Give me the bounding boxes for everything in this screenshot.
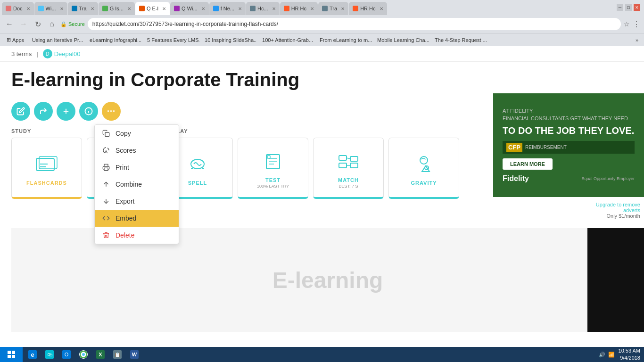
gravity-icon	[410, 150, 438, 178]
taskbar-store[interactable]: 🛍	[41, 348, 58, 361]
maximize-button[interactable]: □	[625, 4, 632, 11]
svg-point-37	[82, 353, 85, 356]
tab-close-hr2[interactable]: ✕	[380, 6, 383, 11]
forward-button[interactable]: →	[18, 18, 29, 30]
match-sublabel: BEST: 7 S	[339, 184, 358, 189]
tab-hc1[interactable]: Hc... ✕	[246, 2, 280, 15]
tab-close-quizlet[interactable]: ✕	[162, 6, 166, 11]
bookmark-apps[interactable]: ⊞ Apps	[4, 36, 27, 44]
taskbar-clock: 10:53 AM 9/4/2018	[619, 347, 640, 362]
dropdown-embed[interactable]: Embed	[95, 210, 179, 227]
bookmarks-overflow[interactable]: »	[634, 36, 640, 44]
dropdown-combine[interactable]: Combine	[95, 176, 179, 193]
tab-close-google[interactable]: ✕	[127, 6, 131, 11]
browser-chrome: Doc ✕ Wi... ✕ Tra ✕ G Is... ✕	[0, 0, 644, 46]
tab-hr2[interactable]: HR Hc ✕	[349, 2, 387, 15]
tab-close-doc[interactable]: ✕	[26, 6, 30, 11]
dropdown-copy[interactable]: Copy	[95, 125, 179, 142]
test-card[interactable]: TEST 100% LAST TRY	[238, 138, 308, 199]
taskbar-system-icons: 🔊 📶	[599, 352, 615, 358]
taskbar-apps: e 🛍 O X	[23, 348, 595, 361]
svg-rect-33	[12, 351, 15, 354]
dropdown-scores[interactable]: Scores	[95, 142, 179, 159]
taskbar-word[interactable]: W	[126, 348, 142, 361]
svg-line-27	[347, 158, 350, 159]
share-button[interactable]	[34, 102, 53, 121]
tab-close-hc1[interactable]: ✕	[272, 6, 276, 11]
bookmark-from-elearning[interactable]: From eLearning to m...	[315, 36, 372, 44]
delete-icon	[102, 231, 111, 239]
taskbar-task[interactable]: 📋	[109, 348, 125, 361]
bookmark-iterative[interactable]: Using an Iterative Pr...	[28, 36, 84, 44]
dropdown-delete[interactable]: Delete	[95, 227, 179, 244]
tab-close-wiki[interactable]: ✕	[60, 6, 64, 11]
user-badge[interactable]: D Deepal00	[43, 49, 81, 58]
delete-label: Delete	[116, 231, 134, 239]
bookmark-attention[interactable]: 100+ Attention-Grab...	[258, 36, 314, 44]
tab-close-linkedin1[interactable]: ✕	[91, 6, 94, 11]
avatar: D	[43, 49, 52, 58]
copy-icon	[102, 130, 111, 137]
tab-wiki[interactable]: Wi... ✕	[34, 2, 67, 15]
task-icon: 📋	[113, 350, 122, 359]
reload-button[interactable]: ↻	[32, 18, 43, 30]
start-button[interactable]	[0, 347, 23, 362]
svg-rect-32	[8, 351, 11, 354]
test-label: TEST	[265, 177, 281, 183]
taskbar-outlook[interactable]: O	[58, 348, 74, 361]
tab-linkedin1[interactable]: Tra ✕	[68, 2, 98, 15]
lock-icon: 🔒	[60, 21, 67, 27]
tab-quizlet2[interactable]: Q Wi... ✕	[170, 2, 209, 15]
gravity-card[interactable]: GRAVITY	[388, 138, 459, 199]
taskbar-chrome[interactable]	[75, 348, 91, 361]
tab-close-notion[interactable]: ✕	[238, 6, 242, 11]
close-button[interactable]: ✕	[634, 4, 640, 11]
tabs-container: Doc ✕ Wi... ✕ Tra ✕ G Is... ✕	[2, 0, 617, 15]
quizlet-page: 3 terms | D Deepal00 E-learning in Corpo…	[0, 46, 644, 347]
scores-icon	[102, 147, 111, 154]
tab-google[interactable]: G Is... ✕	[99, 2, 135, 15]
bookmark-slideshare[interactable]: 10 Inspiring SlideSha...	[200, 36, 257, 44]
browser-menu-button[interactable]: ⋮	[633, 20, 640, 29]
ad-learn-more-button[interactable]: LEARN MORE	[503, 158, 553, 170]
flashcards-card[interactable]: FLASHCARDS	[11, 138, 82, 199]
address-bar-input[interactable]	[88, 18, 621, 30]
tab-quizlet-active[interactable]: Q E-l ✕	[135, 2, 170, 15]
scores-label: Scores	[116, 147, 136, 154]
tab-close-hr1[interactable]: ✕	[310, 6, 314, 11]
bookmark-elearning-infographic[interactable]: eLearning Infographi...	[85, 36, 142, 44]
title-bar: Doc ✕ Wi... ✕ Tra ✕ G Is... ✕	[0, 0, 644, 15]
upgrade-link[interactable]: Upgrade to remove adverts	[578, 202, 640, 213]
bookmark-star[interactable]: ☆	[624, 20, 630, 28]
test-sublabel: 100% LAST TRY	[257, 184, 289, 189]
info-button[interactable]	[79, 102, 98, 121]
taskbar-ie[interactable]: e	[25, 348, 41, 361]
match-card[interactable]: MATCH BEST: 7 S	[313, 138, 384, 199]
tab-notion[interactable]: f Ne... ✕	[209, 2, 246, 15]
tab-doc[interactable]: Doc ✕	[2, 2, 34, 15]
add-button[interactable]	[57, 102, 75, 121]
match-icon	[334, 147, 363, 175]
edit-button[interactable]	[11, 102, 30, 121]
tab-tra2[interactable]: Tra ✕	[318, 2, 348, 15]
back-button[interactable]: ←	[4, 18, 15, 30]
taskbar: e 🛍 O X	[0, 347, 644, 362]
minimize-button[interactable]: ─	[617, 4, 623, 11]
home-button[interactable]: ⌂	[46, 18, 58, 30]
secure-label: Secure	[68, 21, 85, 27]
ad-inner: AT FIDELITY, FINANCIAL CONSULTANTS GET W…	[493, 93, 644, 197]
tab-close-quizlet2[interactable]: ✕	[201, 6, 205, 11]
page-title: E-learning in Corporate Training	[11, 69, 633, 90]
bookmark-4step[interactable]: The 4-Step Request ...	[430, 36, 487, 44]
dropdown-export[interactable]: Export	[95, 193, 179, 210]
tab-close-tra2[interactable]: ✕	[341, 6, 345, 11]
taskbar-excel[interactable]: X	[92, 348, 108, 361]
more-button[interactable]: ···	[102, 102, 121, 121]
svg-point-29	[420, 156, 428, 164]
bookmark-5features[interactable]: 5 Features Every LMS...	[143, 36, 199, 44]
print-icon	[102, 164, 111, 171]
bookmark-mobile-learning[interactable]: Mobile Learning Cha...	[373, 36, 429, 44]
dropdown-print[interactable]: Print	[95, 159, 179, 176]
ad-footer: Equal Opportunity Employer	[581, 176, 635, 181]
tab-hr1[interactable]: HR Hc ✕	[280, 2, 318, 15]
